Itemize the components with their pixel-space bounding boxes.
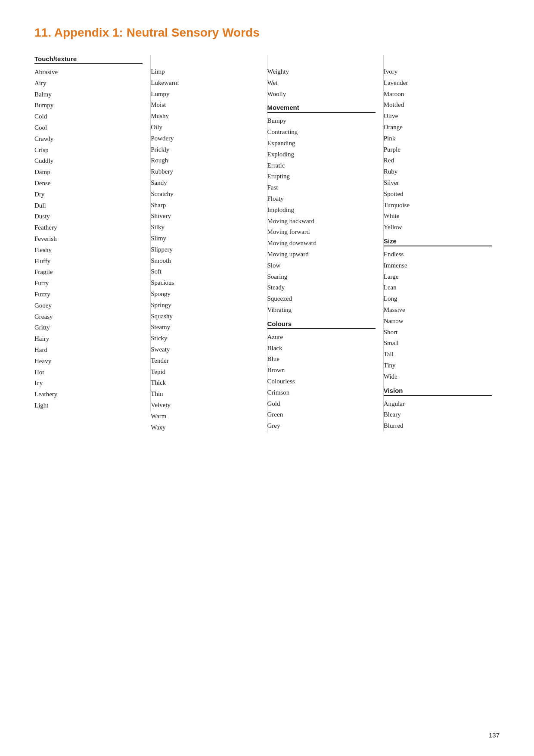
word: Soft: [151, 266, 259, 277]
word: Bumpy: [267, 115, 376, 127]
word: Tall: [384, 349, 492, 360]
word: Lean: [384, 282, 492, 293]
word: Rough: [151, 155, 259, 166]
word: Sticky: [151, 333, 259, 344]
word: Red: [384, 155, 492, 166]
word: Fleshy: [34, 245, 143, 256]
word: Woolly: [267, 89, 376, 100]
word: Narrow: [384, 316, 492, 327]
word: Blue: [267, 354, 376, 365]
word: Furry: [34, 278, 143, 289]
word: Dull: [34, 200, 143, 212]
word: Crimson: [267, 387, 376, 398]
section-header-vision: Vision: [384, 387, 492, 396]
word: Heavy: [34, 356, 143, 367]
column-touch-texture: Touch/texture Abrasive Airy Balmy Bumpy …: [34, 55, 151, 411]
word: Grey: [267, 420, 376, 432]
word: Erratic: [267, 160, 376, 171]
word: Azure: [267, 332, 376, 343]
word: Fast: [267, 182, 376, 193]
word: Tepid: [151, 367, 259, 378]
word: Spacious: [151, 277, 259, 289]
word: Squeezed: [267, 293, 376, 305]
word: Squashy: [151, 311, 259, 322]
word: Gold: [267, 398, 376, 410]
word: Bleary: [384, 409, 492, 420]
word: Steady: [267, 282, 376, 293]
word: Olive: [384, 111, 492, 122]
word: Ruby: [384, 166, 492, 177]
word: Powdery: [151, 133, 259, 144]
word: Waxy: [151, 422, 259, 433]
word: Angular: [384, 398, 492, 410]
word: Moving downward: [267, 238, 376, 249]
word: Long: [384, 293, 492, 305]
column-size-vision: Ivory Lavender Maroon Mottled Olive Oran…: [384, 55, 500, 432]
word: Immense: [384, 260, 492, 271]
page-number: 137: [489, 731, 500, 739]
word: Leathery: [34, 389, 143, 400]
word: Dry: [34, 189, 143, 200]
section-header-movement: Movement: [267, 104, 376, 113]
word: Smooth: [151, 255, 259, 267]
word: Lumpy: [151, 89, 259, 100]
word: Shivery: [151, 211, 259, 222]
word: Dusty: [34, 211, 143, 222]
word: Exploding: [267, 149, 376, 160]
word: Contracting: [267, 127, 376, 138]
word: Turquoise: [384, 200, 492, 211]
column-touch-texture-2: Limp Lukewarm Lumpy Moist Mushy Oily Pow…: [151, 55, 267, 433]
section-header-colours: Colours: [267, 320, 376, 329]
word: Silky: [151, 222, 259, 233]
word: Feathery: [34, 222, 143, 233]
word: Gooey: [34, 300, 143, 311]
word: Tender: [151, 355, 259, 367]
page-title: 11. Appendix 1: Neutral Sensory Words: [34, 26, 500, 40]
word: Tiny: [384, 360, 492, 371]
word: Springy: [151, 300, 259, 311]
word: Large: [384, 271, 492, 283]
word: Wide: [384, 371, 492, 383]
word: Brown: [267, 365, 376, 376]
word: Mottled: [384, 100, 492, 111]
word: Orange: [384, 122, 492, 133]
word: Moist: [151, 100, 259, 111]
word: Oily: [151, 122, 259, 133]
word: Slow: [267, 260, 376, 271]
column-movement-colours: Weighty Wet Woolly Movement Bumpy Contra…: [267, 55, 384, 432]
word: Balmy: [34, 89, 143, 100]
word: Velvety: [151, 400, 259, 411]
word: Thin: [151, 389, 259, 400]
word: Floaty: [267, 193, 376, 205]
word: Cold: [34, 111, 143, 122]
word: Steamy: [151, 322, 259, 333]
word: Wet: [267, 78, 376, 89]
word: Weighty: [267, 66, 376, 78]
word: Short: [384, 327, 492, 338]
word: White: [384, 211, 492, 222]
word: Lavender: [384, 78, 492, 89]
word: Hairy: [34, 333, 143, 345]
word: Moving backward: [267, 216, 376, 227]
word: Moving forward: [267, 227, 376, 238]
section-header-size: Size: [384, 237, 492, 246]
word: Colourless: [267, 376, 376, 387]
word: Ivory: [384, 66, 492, 78]
word: Scratchy: [151, 189, 259, 200]
word: Maroon: [384, 89, 492, 100]
word: Warm: [151, 411, 259, 422]
word: Sweaty: [151, 344, 259, 355]
word: Slimy: [151, 233, 259, 244]
word: Sandy: [151, 177, 259, 189]
word: Black: [267, 343, 376, 354]
word: Pink: [384, 133, 492, 144]
word: Crisp: [34, 145, 143, 156]
word: Small: [384, 338, 492, 349]
word: Hard: [34, 345, 143, 356]
word: Rubbery: [151, 166, 259, 177]
word: Endless: [384, 249, 492, 260]
word: Damp: [34, 167, 143, 178]
word: Vibrating: [267, 305, 376, 316]
word: Limp: [151, 66, 259, 78]
word: Spongy: [151, 289, 259, 300]
